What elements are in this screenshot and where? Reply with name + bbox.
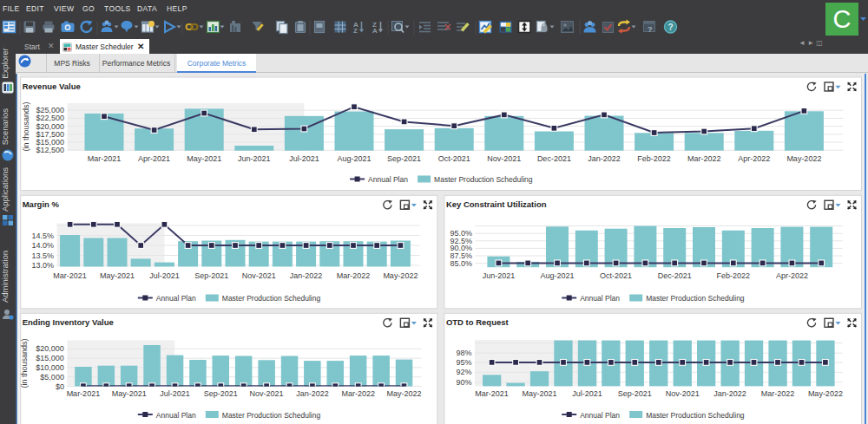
svg-text:Feb-2022: Feb-2022 [717, 271, 751, 280]
svg-text:Revenue Value: Revenue Value [23, 82, 81, 91]
svg-text:Dec-2021: Dec-2021 [658, 271, 692, 280]
svg-text:Master Production Scheduling: Master Production Scheduling [222, 294, 321, 303]
svg-text:Aug-2021: Aug-2021 [337, 154, 371, 163]
svg-text:Master Production Scheduling: Master Production Scheduling [646, 294, 745, 303]
svg-text:May-2021: May-2021 [112, 389, 147, 398]
svg-text:May-2022: May-2022 [386, 389, 421, 398]
svg-text:Oct-2021: Oct-2021 [600, 271, 632, 280]
svg-text:Apr-2022: Apr-2022 [738, 154, 770, 163]
svg-text:$5,000: $5,000 [40, 373, 64, 382]
svg-text:95%: 95% [456, 358, 471, 367]
svg-text:Master Production Scheduling: Master Production Scheduling [222, 411, 321, 420]
svg-text:Jan-2022: Jan-2022 [588, 154, 621, 163]
svg-text:Sep-2021: Sep-2021 [618, 389, 652, 398]
svg-text:Jan-2022: Jan-2022 [713, 389, 746, 398]
svg-text:Jun-2021: Jun-2021 [238, 154, 271, 163]
svg-text:Mar-2021: Mar-2021 [475, 389, 509, 398]
svg-text:May-2021: May-2021 [100, 271, 135, 280]
svg-text:85.0%: 85.0% [450, 259, 472, 268]
svg-text:(in thousands): (in thousands) [20, 338, 29, 388]
svg-text:13.5%: 13.5% [32, 251, 55, 260]
svg-text:May-2022: May-2022 [786, 154, 821, 163]
svg-text:Jun-2021: Jun-2021 [483, 271, 516, 280]
svg-text:Dec-2021: Dec-2021 [537, 154, 571, 163]
svg-text:Aug-2021: Aug-2021 [540, 271, 574, 280]
svg-text:Annual Plan: Annual Plan [368, 175, 408, 184]
svg-text:Jan-2022: Jan-2022 [290, 271, 323, 280]
svg-text:$15,000: $15,000 [36, 354, 64, 362]
svg-text:Key Constraint Utilization: Key Constraint Utilization [446, 199, 547, 209]
svg-text:Sep-2021: Sep-2021 [204, 389, 238, 398]
svg-text:Sep-2021: Sep-2021 [194, 271, 228, 280]
svg-text:OTD to Request: OTD to Request [446, 317, 510, 327]
svg-text:Mar-2022: Mar-2022 [337, 271, 371, 280]
svg-text:Apr-2021: Apr-2021 [138, 154, 170, 163]
svg-text:Nov-2021: Nov-2021 [250, 389, 284, 398]
svg-text:Annual Plan: Annual Plan [580, 294, 620, 303]
svg-text:14.0%: 14.0% [32, 241, 55, 250]
svg-text:14.5%: 14.5% [32, 232, 55, 240]
svg-text:Master Production Scheduling: Master Production Scheduling [434, 175, 533, 184]
svg-text:Mar-2021: Mar-2021 [88, 154, 122, 163]
svg-text:Ending Inventory Value: Ending Inventory Value [23, 317, 114, 327]
svg-text:$12,500: $12,500 [36, 146, 65, 154]
svg-text:Apr-2022: Apr-2022 [776, 271, 808, 280]
svg-text:Mar-2022: Mar-2022 [687, 154, 721, 163]
svg-text:92%: 92% [456, 368, 471, 376]
svg-text:Mar-2022: Mar-2022 [341, 389, 375, 398]
svg-text:90%: 90% [456, 378, 471, 387]
svg-text:98%: 98% [456, 349, 471, 357]
svg-text:May-2022: May-2022 [808, 389, 843, 398]
svg-text:Master Production Scheduling: Master Production Scheduling [646, 411, 745, 420]
svg-text:Feb-2022: Feb-2022 [637, 154, 671, 163]
svg-text:Jul-2021: Jul-2021 [572, 389, 602, 398]
svg-text:Mar-2022: Mar-2022 [761, 389, 795, 398]
svg-text:$0: $0 [56, 382, 64, 391]
svg-text:13.0%: 13.0% [32, 261, 55, 270]
svg-text:Annual Plan: Annual Plan [156, 411, 196, 420]
svg-text:Nov-2021: Nov-2021 [666, 389, 700, 398]
svg-text:May-2021: May-2021 [522, 389, 556, 398]
svg-text:Jan-2022: Jan-2022 [296, 389, 329, 398]
svg-text:Jul-2021: Jul-2021 [149, 271, 180, 280]
svg-text:(in thousands): (in thousands) [22, 101, 30, 151]
svg-text:May-2022: May-2022 [383, 271, 418, 280]
svg-text:Jul-2021: Jul-2021 [160, 389, 190, 398]
svg-text:Annual Plan: Annual Plan [580, 411, 620, 420]
svg-text:Annual Plan: Annual Plan [156, 294, 196, 303]
svg-text:$20,000: $20,000 [36, 344, 64, 353]
svg-text:May-2021: May-2021 [187, 154, 221, 163]
svg-text:Margin %: Margin % [23, 199, 60, 209]
svg-text:Oct-2021: Oct-2021 [438, 154, 470, 163]
svg-text:Nov-2021: Nov-2021 [242, 271, 276, 280]
svg-text:Sep-2021: Sep-2021 [387, 154, 421, 163]
svg-text:Mar-2021: Mar-2021 [67, 389, 101, 398]
svg-text:Jul-2021: Jul-2021 [289, 154, 319, 163]
svg-text:Nov-2021: Nov-2021 [487, 154, 521, 163]
svg-text:$10,000: $10,000 [36, 363, 64, 372]
svg-text:Mar-2021: Mar-2021 [53, 271, 87, 280]
